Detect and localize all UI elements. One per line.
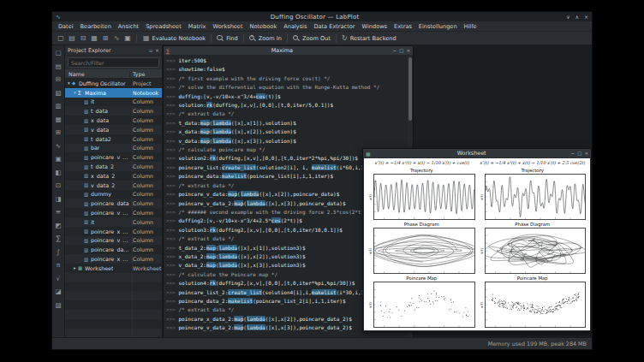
new-plot-icon[interactable]: ◧ xyxy=(54,168,63,177)
new-notebook-icon[interactable]: ▣ xyxy=(54,154,63,163)
menu-item-windows[interactable]: Windows xyxy=(359,23,391,30)
maximize-button[interactable]: ∧ xyxy=(575,14,579,20)
code-line[interactable]: >>> x_data:map(lambda([x],x[2]),solution… xyxy=(166,128,406,136)
code-line[interactable]: >>> /* first example with the driving fo… xyxy=(166,74,406,83)
column-header-name[interactable]: Name xyxy=(65,71,129,77)
code-line[interactable]: >>> v_data:map(lambda([x],x[3]),solution… xyxy=(166,137,406,145)
search-input[interactable] xyxy=(71,60,156,66)
code-line[interactable]: >>> duffing:[v,-v/10+x-x^3/4+cos(t)]$ xyxy=(166,92,406,101)
plot-traj1[interactable]: Trajectoryx(t) xyxy=(368,168,475,220)
new-spreadsheet-icon[interactable]: ▦ xyxy=(89,33,99,44)
new-folder-icon[interactable]: ▧ xyxy=(54,88,63,98)
plot-poin2[interactable]: Poincare Mapv(t) xyxy=(480,276,587,328)
subwindow-minimize-icon[interactable]: − xyxy=(571,151,575,156)
menu-item-extras[interactable]: Extras xyxy=(391,23,415,30)
new-worksheet-icon[interactable]: ∿ xyxy=(54,141,63,151)
tree-row-it[interactable]: ▥itColumn xyxy=(65,217,162,227)
new-project-icon[interactable]: ▢ xyxy=(54,48,63,57)
restart-backend-button[interactable]: ↻Restart Backend xyxy=(339,33,399,44)
code-line[interactable]: >>> iter:500$ xyxy=(166,56,406,65)
maxima-titlebar[interactable]: ∑ Maxima − □ × xyxy=(164,46,413,55)
tree-row-poincare-x-data-2[interactable]: ▥poincare_x_data_2Column xyxy=(65,254,162,264)
tree-row-maxima[interactable]: ▾∑MaximaNotebook xyxy=(65,88,162,98)
subwindow-minimize-icon[interactable]: − xyxy=(393,48,397,53)
tree-row-x-data-2[interactable]: ▥x_data_2Column xyxy=(65,171,162,181)
tree-row-t-data[interactable]: ▥t_dataColumn xyxy=(65,106,162,116)
tree-row-t-data-2[interactable]: ▥t_data_2Column xyxy=(65,162,162,171)
column-header-type[interactable]: Type xyxy=(129,71,162,77)
new-spreadsheet-icon[interactable]: ▦ xyxy=(54,115,63,124)
code-line[interactable]: >>> t_data:map(lambda([x],x[1]),solution… xyxy=(166,119,406,128)
worksheet-titlebar[interactable]: ▦ Worksheet − □ × xyxy=(363,149,591,157)
tree-row-poincare-x-data[interactable]: ▥poincare_x_dataColumn xyxy=(65,227,162,236)
sum-icon[interactable]: ∑ xyxy=(54,234,63,243)
new-notebook-icon[interactable]: ▣ xyxy=(122,33,133,44)
expander-icon[interactable]: ▾ xyxy=(67,80,71,86)
notebook-scrollbar-thumb[interactable] xyxy=(408,57,412,121)
sqrt-icon[interactable]: √ xyxy=(54,274,63,283)
menu-item-matrix[interactable]: Matrix xyxy=(185,23,210,30)
save-project-icon[interactable]: ⊟ xyxy=(78,33,88,44)
menu-item-datei[interactable]: Datei xyxy=(55,23,77,30)
tree-row-bar[interactable]: ▥barColumn xyxy=(65,144,162,153)
save-project-icon[interactable]: ⊟ xyxy=(54,74,63,84)
tree-row-poincare-v-data2[interactable]: ▥poincare_v_data2Column xyxy=(65,152,162,162)
new-matrix-icon[interactable]: ⊞ xyxy=(54,128,63,137)
worksheet-canvas[interactable]: x″(t) = −1/4 x³(t) + x(t) − 1/10 x′(t) +… xyxy=(364,158,590,330)
tree-row-poincare-data[interactable]: ▥poincare_dataColumn xyxy=(65,199,162,208)
tree-row-it[interactable]: ▥itColumn xyxy=(65,98,162,107)
tree-row-dummy[interactable]: ▥dummyColumn xyxy=(65,190,162,199)
subwindow-close-icon[interactable]: × xyxy=(584,151,588,156)
new-note-icon[interactable]: ≡ xyxy=(54,207,63,217)
tree-row-poincare-v-data[interactable]: ▥poincare_v_dataColumn xyxy=(65,208,162,217)
histogram-icon[interactable]: ◪ xyxy=(54,287,63,296)
evaluate-notebook-button[interactable]: ▦Evaluate Notebook xyxy=(140,33,208,44)
code-line[interactable]: >>> /* extract data */ xyxy=(166,110,406,118)
import-sql-icon[interactable]: ◨ xyxy=(54,194,63,204)
tree-row-poincare-data-2[interactable]: ▥poincare_data_2Column xyxy=(65,245,162,254)
code-line[interactable]: >>> solution:rk(duffing,[x,v],[0,0],[t,0… xyxy=(166,101,406,110)
new-matrix-icon[interactable]: ⊞ xyxy=(100,33,110,44)
tree-row-duffing-oscillator[interactable]: ▾◆Duffing OscillatorProject xyxy=(65,79,162,88)
menu-item-worksheet[interactable]: Worksheet xyxy=(210,23,247,30)
tree-row-t-data2[interactable]: ▥t_data2Column xyxy=(65,134,162,144)
tree-row-v-data[interactable]: ▥v_dataColumn xyxy=(65,125,162,134)
menu-item-ansicht[interactable]: Ansicht xyxy=(115,23,142,30)
find-button[interactable]: Find xyxy=(214,33,241,44)
close-button[interactable]: × xyxy=(584,14,588,20)
tree-column-headers[interactable]: Name Type xyxy=(65,69,162,79)
code-line[interactable]: >>> showtime:false$ xyxy=(166,65,406,74)
new-project-icon[interactable]: ▢ xyxy=(56,33,66,44)
import-file-icon[interactable]: ⊡ xyxy=(54,181,63,190)
tree-row-v-data-2[interactable]: ▥v_data_2Column xyxy=(65,181,162,190)
menu-item-analysis[interactable]: Analysis xyxy=(280,23,310,30)
open-project-icon[interactable]: ▤ xyxy=(67,33,77,44)
new-datapicker-icon[interactable]: ◩ xyxy=(54,221,63,230)
zoom-in-button[interactable]: +Zoom In xyxy=(247,33,284,44)
zoom-out-button[interactable]: −Zoom Out xyxy=(290,33,333,44)
open-project-icon[interactable]: ▤ xyxy=(54,62,63,71)
dock-close-icon[interactable]: × xyxy=(155,47,159,53)
expander-icon[interactable]: ▾ xyxy=(73,90,77,95)
new-workbook-icon[interactable]: ▥ xyxy=(54,101,63,110)
menu-item-einstellungen[interactable]: Einstellungen xyxy=(415,23,461,30)
menu-item-spreadsheet[interactable]: Spreadsheet xyxy=(142,23,185,30)
new-worksheet-icon[interactable]: ∿ xyxy=(111,33,122,44)
menu-item-hilfe[interactable]: Hilfe xyxy=(461,23,480,30)
dock-float-icon[interactable]: ▫ xyxy=(149,47,152,53)
grid-icon[interactable]: ▨ xyxy=(54,300,63,310)
subwindow-close-icon[interactable]: × xyxy=(406,48,410,53)
expander-icon[interactable]: ▸ xyxy=(73,265,77,270)
menu-item-data-extractor[interactable]: Data Extractor xyxy=(310,23,358,30)
tree-row-worksheet[interactable]: ▸▦WorksheetWorksheet xyxy=(65,264,162,273)
tree-row-poincare-v-data-2[interactable]: ▥poincare_v_data_2Column xyxy=(65,236,162,246)
menu-item-notebook[interactable]: Notebook xyxy=(247,23,281,30)
tree-row-x-data[interactable]: ▥x_dataColumn xyxy=(65,116,162,125)
subwindow-restore-icon[interactable]: □ xyxy=(399,48,403,53)
code-line[interactable]: >>> /* solve the differential equation w… xyxy=(166,83,406,92)
subwindow-restore-icon[interactable]: □ xyxy=(577,151,581,156)
plot-phase1[interactable]: Phase Diagramv(t) xyxy=(368,222,475,274)
plot-traj2[interactable]: Trajectoryx(t) xyxy=(480,168,587,220)
integral-icon[interactable]: ∫ xyxy=(54,247,63,257)
minimize-button[interactable]: ∨ xyxy=(566,14,569,20)
